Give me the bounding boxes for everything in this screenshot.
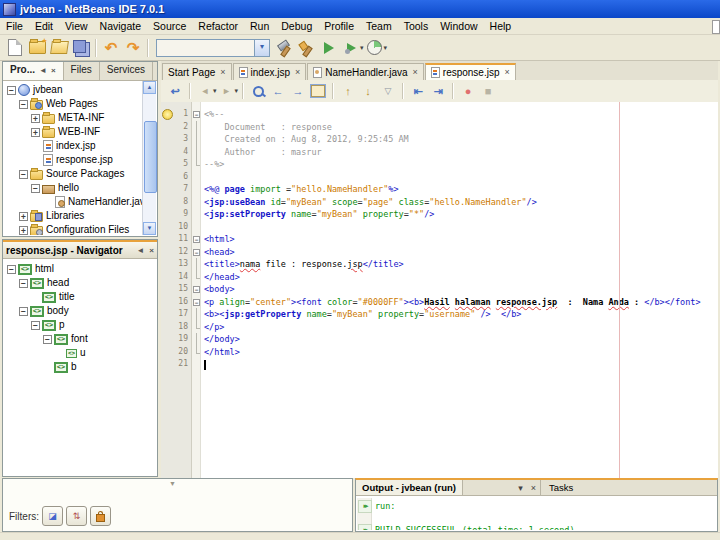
editor-tab-start-page[interactable]: Start Page× xyxy=(162,63,232,80)
code-line[interactable]: <b><jsp:getProperty name="myBean" proper… xyxy=(204,308,718,321)
code-line[interactable]: </p> xyxy=(204,321,718,334)
back-button[interactable]: ◄ xyxy=(195,82,215,100)
expand-toggle-icon[interactable]: + xyxy=(19,212,28,221)
editor-tab-response-jsp[interactable]: response.jsp× xyxy=(425,63,516,80)
tree-item-u[interactable]: <>u xyxy=(4,346,156,360)
output-body[interactable]: ▸▸run:▸▸BUILD SUCCESSFUL (total time: 1 … xyxy=(357,498,716,530)
menu-window[interactable]: Window xyxy=(434,19,483,33)
start-macro-recording-button[interactable]: ● xyxy=(458,82,478,100)
open-project-button[interactable] xyxy=(48,37,70,59)
collapse-toggle-icon[interactable]: − xyxy=(19,100,28,109)
collapse-toggle-icon[interactable]: − xyxy=(19,307,28,316)
editor-tab-index-jsp[interactable]: index.jsp× xyxy=(233,63,307,80)
tree-item-body[interactable]: −<>body xyxy=(4,304,156,318)
code-line[interactable]: </head> xyxy=(204,271,718,284)
scroll-up-icon[interactable]: ▲ xyxy=(143,81,156,94)
tree-item-configuration-files[interactable]: +Configuration Files xyxy=(4,223,143,235)
tab-services[interactable]: Services xyxy=(100,62,153,80)
chevron-down-icon[interactable]: ▾ xyxy=(235,87,239,95)
next-bookmark-button[interactable]: ↓ xyxy=(358,82,378,100)
projects-scrollbar[interactable]: ▲ ▼ xyxy=(142,81,156,235)
shift-line-left-button[interactable]: ⇤ xyxy=(408,82,428,100)
tree-item-jvbean[interactable]: −jvbean xyxy=(4,83,143,97)
tree-item-head[interactable]: −<>head xyxy=(4,276,156,290)
expand-toggle-icon[interactable]: + xyxy=(31,114,40,123)
tree-item-p[interactable]: −<>p xyxy=(4,318,156,332)
close-window-icon[interactable]: × xyxy=(149,246,154,255)
code-line[interactable]: Created on : Aug 8, 2012, 9:25:45 AM xyxy=(204,133,718,146)
previous-occurrence-button[interactable]: ← xyxy=(268,82,288,100)
tree-item-web-inf[interactable]: +WEB-INF xyxy=(4,125,143,139)
toggle-highlight-search-button[interactable] xyxy=(308,82,328,100)
undo-button[interactable]: ↶ xyxy=(100,37,122,59)
filter-toggle-1-button[interactable]: ◪ xyxy=(42,506,63,526)
tab-files[interactable]: Files xyxy=(64,62,100,80)
code-line[interactable]: <head> xyxy=(204,246,718,259)
collapse-toggle-icon[interactable]: − xyxy=(31,321,40,330)
rerun-icon[interactable]: ▸▸ xyxy=(358,524,372,531)
output-tab[interactable]: Output - jvbean (run) xyxy=(356,480,463,495)
code-area[interactable]: <%-- Document : response Created on : Au… xyxy=(201,102,718,478)
collapse-toggle-icon[interactable]: − xyxy=(19,279,28,288)
expand-toggle-icon[interactable]: + xyxy=(31,128,40,137)
menu-navigate[interactable]: Navigate xyxy=(94,19,147,33)
menu-debug[interactable]: Debug xyxy=(275,19,318,33)
new-file-button[interactable] xyxy=(4,37,26,59)
profile-project-button[interactable] xyxy=(364,37,386,59)
fold-collapse-icon[interactable]: − xyxy=(193,111,200,118)
clean-build-button[interactable] xyxy=(296,37,318,59)
minimize-output-icon[interactable]: ▾ xyxy=(518,483,523,493)
code-line[interactable]: Document : response xyxy=(204,121,718,134)
tree-item-html[interactable]: −<>html xyxy=(4,262,156,276)
code-line[interactable]: </body> xyxy=(204,333,718,346)
code-line[interactable]: <body> xyxy=(204,283,718,296)
shift-line-right-button[interactable]: ⇥ xyxy=(428,82,448,100)
menu-view[interactable]: View xyxy=(59,19,94,33)
last-edit-position-button[interactable]: ↩ xyxy=(165,82,185,100)
fold-mark[interactable]: − xyxy=(192,283,200,296)
code-line[interactable]: <html> xyxy=(204,233,718,246)
filter-toggle-3-button[interactable] xyxy=(90,506,111,526)
menu-file[interactable]: File xyxy=(0,19,29,33)
menu-team[interactable]: Team xyxy=(360,19,398,33)
tree-item-title[interactable]: <>title xyxy=(4,290,156,304)
chevron-down-icon[interactable]: ▾ xyxy=(254,40,269,56)
code-line[interactable] xyxy=(204,221,718,234)
close-tab-icon[interactable]: × xyxy=(295,68,300,77)
tree-item-hello[interactable]: −hello xyxy=(4,181,143,195)
tree-item-namehandler-java[interactable]: NameHandler.java xyxy=(4,195,143,209)
redo-button[interactable]: ↷ xyxy=(122,37,144,59)
fold-collapse-icon[interactable]: − xyxy=(193,286,200,293)
build-project-button[interactable] xyxy=(274,37,296,59)
code-line[interactable]: --%> xyxy=(204,158,718,171)
code-line[interactable]: <jsp:useBean id="myBean" scope="page" cl… xyxy=(204,196,718,209)
tree-item-meta-inf[interactable]: +META-INF xyxy=(4,111,143,125)
close-window-icon[interactable]: × xyxy=(51,66,56,75)
tree-item-font[interactable]: −<>font xyxy=(4,332,156,346)
close-tab-icon[interactable]: × xyxy=(413,68,418,77)
scrollbar-thumb[interactable] xyxy=(144,121,157,193)
tab-pro[interactable]: Pro...◄× xyxy=(3,62,64,80)
title-bar[interactable]: jvbean - NetBeans IDE 7.0.1 xyxy=(0,0,720,18)
fold-mark[interactable]: − xyxy=(192,296,200,309)
tree-item-source-packages[interactable]: −Source Packages xyxy=(4,167,143,181)
menu-run[interactable]: Run xyxy=(244,19,275,33)
menu-help[interactable]: Help xyxy=(484,19,518,33)
close-tab-icon[interactable]: × xyxy=(505,68,510,77)
collapse-toggle-icon[interactable]: − xyxy=(31,184,40,193)
save-all-button[interactable] xyxy=(70,37,92,59)
code-line[interactable]: <title>nama file : response.jsp</title> xyxy=(204,258,718,271)
run-project-button[interactable] xyxy=(318,37,340,59)
toggle-bookmark-button[interactable]: ▽ xyxy=(378,82,398,100)
fold-mark[interactable]: − xyxy=(192,246,200,259)
collapse-toggle-icon[interactable]: − xyxy=(7,86,16,95)
editor-tab-namehandler-java[interactable]: NameHandler.java× xyxy=(307,63,424,80)
code-line[interactable] xyxy=(204,358,718,371)
next-occurrence-button[interactable]: → xyxy=(288,82,308,100)
code-line[interactable]: <%@ page import ="hello.NameHandler"%> xyxy=(204,183,718,196)
close-tab-icon[interactable]: × xyxy=(220,68,225,77)
menu-tools[interactable]: Tools xyxy=(398,19,435,33)
rerun-icon[interactable]: ▸▸ xyxy=(358,500,372,513)
fold-collapse-icon[interactable]: − xyxy=(193,236,200,243)
tree-item-b[interactable]: <>b xyxy=(4,360,156,374)
